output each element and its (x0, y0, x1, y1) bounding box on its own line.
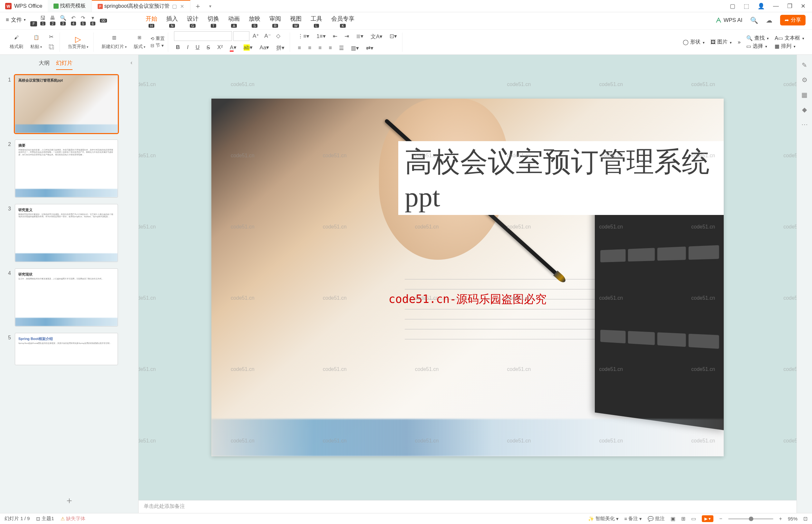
wps-ai-button[interactable]: WPS AI (716, 17, 742, 23)
comments-toggle[interactable]: 💬批注 (648, 515, 665, 522)
tab-outline[interactable]: 大纲 (39, 59, 50, 70)
text-direction-button[interactable]: 文A▾ (369, 32, 384, 42)
zoom-value[interactable]: 95% (788, 516, 797, 521)
add-slide-button[interactable]: ＋ (0, 488, 138, 513)
superscript-button[interactable]: X² (215, 43, 225, 53)
section-button[interactable]: ⊟节▾ (150, 43, 165, 48)
view-reading-icon[interactable]: ▭ (691, 515, 696, 522)
menu-insert[interactable]: 插入N (166, 15, 178, 28)
thumbnail-4[interactable]: 研究现状近几年，随着网络技术的不断发展普及，人们越来越离不开互联网，互联网改变了… (15, 268, 118, 326)
qat-undo-button[interactable]: ↶4 (71, 15, 76, 26)
layout-button[interactable]: ⊞版式 (132, 34, 147, 50)
view-normal-icon[interactable]: ▣ (670, 515, 675, 522)
find-button[interactable]: 🔍查找 (746, 35, 769, 42)
smart-beautify-button[interactable]: ✨智能美化▾ (588, 515, 619, 522)
window-mini-icon[interactable]: ▢ (730, 3, 735, 10)
change-case-button[interactable]: Aa▾ (258, 43, 271, 53)
zoom-handle[interactable] (749, 517, 753, 521)
qat-extra-button[interactable]: 00 (100, 18, 107, 22)
tab-present-icon[interactable]: ▢ (172, 3, 177, 9)
menu-design[interactable]: 设计G (187, 15, 198, 28)
missing-font-warning[interactable]: ⚠缺失字体 (61, 515, 85, 522)
decrease-font-button[interactable]: A⁻ (262, 31, 272, 41)
indent-inc-button[interactable]: ⇥ (343, 32, 351, 42)
from-current-button[interactable]: ▷当页开始 (66, 34, 90, 50)
font-family-select[interactable] (174, 31, 232, 41)
distribute-button[interactable]: ☰ (337, 44, 346, 53)
italic-button[interactable]: I (185, 43, 190, 53)
search-icon[interactable]: 🔍 (750, 16, 758, 24)
tab-menu-button[interactable]: ▾ (205, 3, 215, 9)
slideshow-button[interactable]: ▶▾ (702, 515, 713, 522)
zoom-out-button[interactable]: − (719, 516, 722, 522)
file-menu-button[interactable]: ≡ 文件 ▾ (3, 15, 28, 25)
cloud-icon[interactable]: ☁ (766, 16, 772, 24)
highlight-button[interactable]: ab▾ (242, 43, 254, 53)
window-close-icon[interactable]: ✕ (801, 3, 806, 10)
increase-font-button[interactable]: A⁺ (251, 31, 261, 41)
columns-button[interactable]: ▥▾ (349, 44, 361, 53)
thumbnail-5[interactable]: Spring Boot框架介绍Spring Boot是由Pivotal团队提供的… (15, 333, 118, 365)
clear-format-button[interactable]: ◇ (274, 31, 282, 41)
thumbnail-3[interactable]: 研究意义随着科学技术的不断进步，计算机科学日益成熟，其强大的作用已为人们深刻认识… (15, 204, 118, 262)
notes-pane[interactable]: 单击此处添加备注 (138, 500, 797, 513)
font-color-button[interactable]: A▾ (228, 43, 238, 53)
tab-close-icon[interactable]: ✕ (180, 3, 184, 9)
align-right-button[interactable]: ≡ (316, 44, 324, 53)
view-sorter-icon[interactable]: ⊞ (681, 515, 685, 522)
qat-print-button[interactable]: 🖶2 (50, 15, 55, 26)
line-spacing-button[interactable]: ≣▾ (354, 32, 365, 42)
bold-button[interactable]: B (174, 43, 182, 53)
tab-template-search[interactable]: 找稻壳模板 (48, 0, 92, 12)
bullets-button[interactable]: ⋮≡▾ (296, 32, 311, 42)
window-cube-icon[interactable]: ⬚ (744, 3, 749, 10)
rail-style-icon[interactable]: ✎ (802, 61, 807, 69)
tab-slides[interactable]: 幻灯片 (56, 59, 72, 70)
zoom-in-button[interactable]: + (779, 516, 782, 522)
picture-button[interactable]: 🖼图片 (711, 39, 732, 46)
arrange-button[interactable]: ▦排列 (775, 43, 804, 50)
window-avatar-icon[interactable]: 👤 (758, 3, 765, 10)
pinyin-button[interactable]: 拼▾ (274, 43, 286, 53)
indent-dec-button[interactable]: ⇤ (331, 32, 339, 42)
menu-tools[interactable]: 工具L (311, 15, 322, 28)
zoom-slider[interactable] (728, 518, 773, 520)
qat-preview-button[interactable]: 🔍3 (60, 15, 66, 26)
menu-review[interactable]: 审阅R (269, 15, 281, 28)
copy-button[interactable]: ⿻ (47, 43, 56, 52)
fit-window-icon[interactable]: ⊡ (803, 515, 808, 522)
textbox-button[interactable]: A▭文本框 (775, 35, 804, 42)
rail-ai-icon[interactable]: ⚙ (802, 76, 808, 84)
more-menu-button[interactable]: » (738, 39, 741, 45)
window-minimize-icon[interactable]: — (773, 3, 779, 9)
share-button[interactable]: ➦分享 (780, 15, 806, 26)
qat-more-button[interactable]: ▾6 (90, 15, 95, 26)
menu-member[interactable]: 会员专享K (331, 15, 354, 28)
menu-animation[interactable]: 动画A (228, 15, 240, 28)
strike-button[interactable]: S̶ (204, 43, 212, 53)
theme-indicator[interactable]: ⊡主题1 (36, 515, 54, 522)
align-justify-button[interactable]: ≡ (327, 44, 334, 53)
font-size-select[interactable] (233, 31, 249, 41)
select-button[interactable]: ▭选择 (746, 43, 769, 50)
convert-button[interactable]: ⇄▾ (364, 44, 376, 53)
menu-transition[interactable]: 切换T (208, 15, 219, 28)
reset-button[interactable]: ⟲重置 (150, 36, 165, 42)
new-slide-button[interactable]: ▥新建幻灯片 (100, 34, 129, 50)
align-center-button[interactable]: ≡ (306, 44, 313, 53)
tab-current-document[interactable]: P springboot高校会议室预订管 ▢ ✕ (92, 0, 190, 12)
new-tab-button[interactable]: ＋ (190, 1, 205, 11)
menu-home[interactable]: 开始H (146, 15, 157, 28)
slide-title[interactable]: 高校会议室预订管理系统ppt (398, 141, 724, 215)
window-maximize-icon[interactable]: ❐ (787, 3, 792, 10)
align-text-button[interactable]: ⊡▾ (388, 32, 399, 42)
thumbnail-1[interactable]: 高校会议室预订管理系统ppt (15, 75, 118, 133)
slide-canvas[interactable]: code51.cn code51.cn code51.cn code51.cn … (138, 55, 797, 500)
numbering-button[interactable]: 1≡▾ (314, 32, 327, 42)
qat-redo-button[interactable]: ↷5 (81, 15, 86, 26)
format-brush-button[interactable]: 🖌格式刷 (8, 34, 25, 50)
cut-button[interactable]: ✂ (47, 32, 56, 42)
paste-button[interactable]: 📋粘贴 (28, 34, 44, 50)
qat-save-button[interactable]: 🖫1 (40, 15, 46, 26)
rail-more-icon[interactable]: ⋯ (801, 120, 808, 128)
